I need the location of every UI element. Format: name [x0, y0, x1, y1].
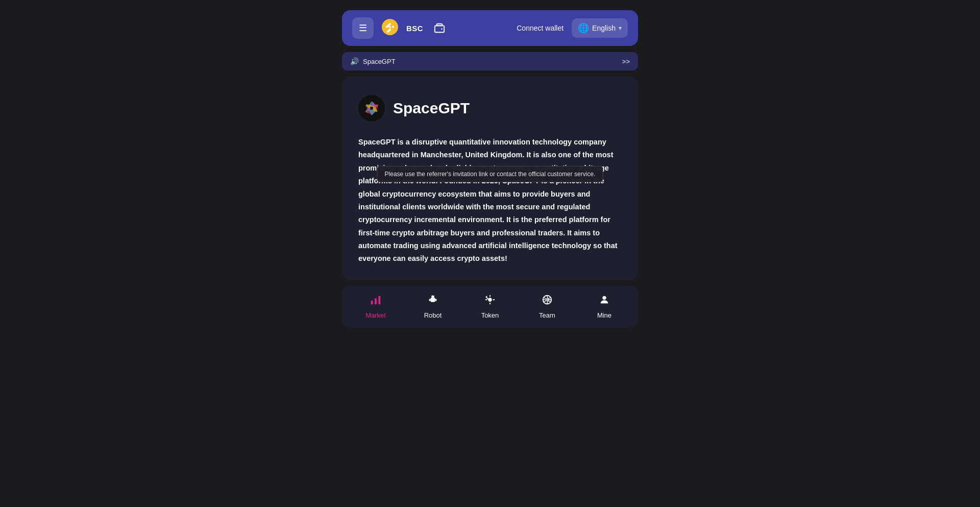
svg-rect-18: [493, 299, 495, 300]
nav-tab-token[interactable]: Token: [461, 294, 519, 319]
wallet-icon: [431, 20, 448, 36]
tooltip-overlay: Please use the referrer's invitation lin…: [377, 166, 603, 182]
token-icon: [484, 294, 496, 308]
language-label: English: [592, 24, 616, 32]
nav-tab-team[interactable]: Team: [519, 294, 576, 319]
svg-point-4: [370, 107, 373, 110]
market-icon: [370, 294, 381, 308]
svg-rect-6: [375, 298, 377, 304]
team-icon: [542, 294, 553, 308]
announcement-bar: 🔊 SpaceGPT >>: [342, 52, 638, 70]
team-label: Team: [539, 311, 555, 319]
svg-rect-8: [430, 298, 435, 302]
svg-rect-20: [485, 296, 488, 299]
brand-title: SpaceGPT: [393, 100, 470, 117]
main-content-card: SpaceGPT SpaceGPT is a disruptive quanti…: [342, 77, 638, 280]
market-label: Market: [365, 311, 386, 319]
navbar: ☰ BSC Connect wallet 🌐 E: [342, 10, 638, 46]
svg-rect-13: [429, 299, 431, 301]
brand-description: SpaceGPT is a disruptive quantitative in…: [358, 136, 622, 265]
robot-label: Robot: [424, 311, 442, 319]
svg-point-10: [431, 299, 432, 300]
svg-rect-14: [435, 299, 437, 301]
bottom-navigation: MarketRobotTokenTeamMine: [342, 286, 638, 327]
svg-rect-12: [432, 301, 434, 301]
nav-tab-market[interactable]: Market: [347, 294, 404, 319]
globe-icon: 🌐: [578, 22, 589, 34]
brand-header: SpaceGPT: [358, 95, 622, 122]
language-selector[interactable]: 🌐 English ▾: [572, 18, 628, 38]
svg-rect-9: [431, 296, 434, 298]
menu-button[interactable]: ☰: [352, 17, 374, 39]
announcement-more[interactable]: >>: [622, 58, 630, 65]
bnb-logo: [382, 19, 398, 37]
svg-rect-7: [379, 296, 381, 304]
mine-label: Mine: [597, 311, 611, 319]
brand-logo: [358, 95, 385, 122]
menu-icon: ☰: [359, 22, 367, 34]
nav-tab-robot[interactable]: Robot: [404, 294, 461, 319]
announcement-text: SpaceGPT: [363, 58, 396, 65]
tooltip-text: Please use the referrer's invitation lin…: [385, 171, 596, 178]
speaker-icon: 🔊: [350, 57, 359, 65]
svg-rect-5: [371, 301, 373, 304]
mine-icon: [599, 294, 610, 308]
svg-point-2: [441, 28, 443, 30]
connect-wallet-button[interactable]: Connect wallet: [517, 24, 564, 32]
token-label: Token: [481, 311, 499, 319]
svg-rect-15: [489, 295, 491, 297]
nav-tab-mine[interactable]: Mine: [576, 294, 633, 319]
svg-rect-1: [435, 26, 444, 32]
svg-point-21: [488, 298, 492, 301]
svg-point-23: [602, 296, 606, 299]
svg-point-11: [433, 299, 434, 300]
chevron-down-icon: ▾: [619, 25, 622, 32]
bsc-label: BSC: [406, 24, 423, 33]
svg-rect-17: [485, 299, 487, 300]
robot-icon: [427, 294, 438, 308]
announcement-content: 🔊 SpaceGPT: [350, 57, 396, 65]
svg-rect-16: [489, 302, 491, 304]
